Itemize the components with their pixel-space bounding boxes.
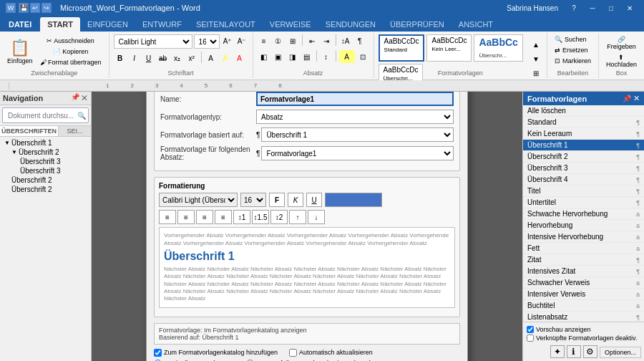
nav-item-1[interactable]: ▼ Überschrift 2 xyxy=(1,148,89,157)
next-select[interactable]: Formatvorlage1 xyxy=(261,146,454,160)
right-pane-close-btn[interactable]: ✕ xyxy=(633,94,640,103)
save-icon[interactable]: 💾 xyxy=(19,3,29,13)
font-family-select[interactable]: Calibri Light xyxy=(114,34,192,49)
styles-scroll-up-btn[interactable]: ▲ xyxy=(530,39,542,52)
tab-start[interactable]: START xyxy=(40,17,80,32)
freigeben-button[interactable]: 🔗 Freigeben xyxy=(604,34,639,52)
space-before-btn[interactable]: ↑ xyxy=(289,210,306,224)
manage-styles-icon[interactable]: ⚙ xyxy=(583,345,597,358)
style-no-space-btn[interactable]: AaBbCcDcKein Leer... xyxy=(426,34,472,62)
align-left-btn[interactable]: ◧ xyxy=(258,50,270,63)
size-select[interactable]: 16 xyxy=(240,193,266,207)
style-item-untertitel[interactable]: Untertitel ¶ xyxy=(523,197,644,208)
bullets-btn[interactable]: ≡ xyxy=(258,34,270,47)
align-justify-modal-btn[interactable]: ≡ xyxy=(215,210,232,224)
auto-update-input[interactable] xyxy=(289,349,297,357)
close-button[interactable]: ✕ xyxy=(621,2,638,14)
increase-font-btn[interactable]: A⁺ xyxy=(221,34,234,47)
tab-ansicht[interactable]: ANSICHT xyxy=(452,17,500,32)
font-color-picker[interactable] xyxy=(325,193,382,207)
style-item-h4[interactable]: Überschrift 4 ¶ xyxy=(523,174,644,186)
align-right-modal-btn[interactable]: ≡ xyxy=(196,210,213,224)
nav-search-icon[interactable]: 🔍 xyxy=(77,112,86,120)
style-item-int-zitat[interactable]: Intensives Zitat ¶ xyxy=(523,266,644,277)
text-effects-btn[interactable]: A xyxy=(205,52,218,64)
align-right-btn[interactable]: ◨ xyxy=(286,50,299,63)
markieren-button[interactable]: ⊡ Markieren xyxy=(552,56,594,66)
format-uebertragen-button[interactable]: 🖌 Format übertragen xyxy=(37,57,104,67)
style-item-schw-verw[interactable]: Schwacher Verweis a xyxy=(523,277,644,289)
font-color-btn[interactable]: A xyxy=(233,52,246,64)
add-catalog-input[interactable] xyxy=(154,349,162,357)
style-item-alle[interactable]: Alle löschen xyxy=(523,105,644,117)
nav-item-5[interactable]: Überschrift 2 xyxy=(1,185,89,194)
help-button[interactable]: ? xyxy=(565,2,582,14)
decrease-font-btn[interactable]: A⁻ xyxy=(235,34,248,47)
style-item-intense-herv[interactable]: Intensive Hervorhebung a xyxy=(523,231,644,243)
style-item-kein[interactable]: Kein Leeraum ¶ xyxy=(523,128,644,140)
tab-ueberpruefen[interactable]: ÜBERPRÜFEN xyxy=(383,17,452,32)
line-sp-2-btn[interactable]: ↕2 xyxy=(270,210,288,224)
style-h1-btn[interactable]: AaBbCcÜberschr... xyxy=(474,34,522,62)
style-item-standard[interactable]: Standard ¶ xyxy=(523,117,644,128)
minimize-button[interactable]: ─ xyxy=(584,2,601,14)
nav-item-4[interactable]: Überschrift 2 xyxy=(1,175,89,185)
undo-icon[interactable]: ↩ xyxy=(30,3,40,13)
nav-pin-icon[interactable]: 📌 xyxy=(71,93,79,103)
style-item-listenabs[interactable]: Listenabsatz ¶ xyxy=(523,312,644,322)
style-item-zitat[interactable]: Zitat ¶ xyxy=(523,254,644,266)
styles-scroll-down-btn[interactable]: ▼ xyxy=(530,53,542,66)
highlight-btn[interactable]: A xyxy=(219,52,232,64)
formatting-marks-btn[interactable]: ¶ xyxy=(353,34,366,47)
ersetzen-button[interactable]: ⇄ Ersetzen xyxy=(552,45,591,55)
indent-decrease-btn[interactable]: ⇤ xyxy=(306,34,318,47)
suchen-button[interactable]: 🔍 Suchen xyxy=(552,34,590,44)
style-item-int-verw[interactable]: Intensiver Verweis a xyxy=(523,289,644,300)
maximize-button[interactable]: □ xyxy=(602,2,620,14)
ausschneiden-button[interactable]: ✂ Ausschneiden xyxy=(37,36,104,46)
justify-btn[interactable]: ▤ xyxy=(301,50,313,63)
type-select[interactable]: Absatz xyxy=(256,110,454,124)
nav-item-2[interactable]: Überschrift 3 xyxy=(1,157,89,166)
tab-einfuegen[interactable]: EINFÜGEN xyxy=(80,17,135,32)
style-item-schwach[interactable]: Schwache Hervorhebung a xyxy=(523,208,644,220)
right-pane-pin-icon[interactable]: 📌 xyxy=(623,95,631,102)
indent-increase-btn[interactable]: ⇥ xyxy=(320,34,333,47)
tab-seitenlayout[interactable]: SEITENLAYOUT xyxy=(189,17,263,32)
line-sp-1-btn[interactable]: ↕1 xyxy=(233,210,250,224)
align-left-modal-btn[interactable]: ≡ xyxy=(159,210,176,224)
shading-btn[interactable]: A xyxy=(339,50,355,63)
nav-close-btn[interactable]: ✕ xyxy=(81,93,88,103)
bold-btn[interactable]: B xyxy=(114,52,127,64)
new-style-icon[interactable]: ✦ xyxy=(550,345,565,358)
nav-tab-pages[interactable]: SEI... xyxy=(59,126,91,136)
nav-tab-headings[interactable]: ÜBERSCHRIFTEN xyxy=(0,126,59,136)
tab-datei[interactable]: DATEI xyxy=(0,17,40,32)
sort-btn[interactable]: ↕A xyxy=(339,34,352,47)
einfuegen-button[interactable]: 📋 Einfügen xyxy=(4,37,36,66)
italic-btn[interactable]: I xyxy=(128,52,141,64)
style-item-titel[interactable]: Titel ¶ xyxy=(523,186,644,197)
font-select[interactable]: Calibri Light (Übersch... xyxy=(159,193,238,207)
modal-bold-btn[interactable]: F xyxy=(269,193,285,207)
strikethrough-btn[interactable]: ab xyxy=(157,52,170,64)
nav-search-input[interactable] xyxy=(5,108,77,122)
style-item-herv[interactable]: Hervorhebung a xyxy=(523,220,644,231)
style-normal-btn[interactable]: AaBbCcDcStandard xyxy=(379,34,425,62)
numbering-btn[interactable]: ① xyxy=(272,34,285,47)
style-item-h3[interactable]: Überschrift 3 ¶ xyxy=(523,163,644,174)
line-sp-15-btn[interactable]: ↕1.5 xyxy=(252,210,269,224)
hochladen-button[interactable]: ⬆ Hochladen xyxy=(603,52,640,69)
multilevel-btn[interactable]: ⊞ xyxy=(286,34,299,47)
modal-italic-btn[interactable]: K xyxy=(288,193,303,207)
font-size-select[interactable]: 16 xyxy=(194,34,220,49)
name-input[interactable] xyxy=(256,92,454,106)
space-after-btn[interactable]: ↓ xyxy=(308,210,325,224)
align-center-btn[interactable]: ▣ xyxy=(272,50,285,63)
style-item-h2[interactable]: Überschrift 2 ¶ xyxy=(523,151,644,163)
redo-icon[interactable]: ↪ xyxy=(42,3,52,13)
tab-verweise[interactable]: VERWEISE xyxy=(263,17,318,32)
nav-item-0[interactable]: ▼ Überschrift 1 xyxy=(1,138,89,148)
style-item-fett[interactable]: Fett a xyxy=(523,243,644,254)
line-spacing-btn[interactable]: ↕ xyxy=(320,50,333,63)
